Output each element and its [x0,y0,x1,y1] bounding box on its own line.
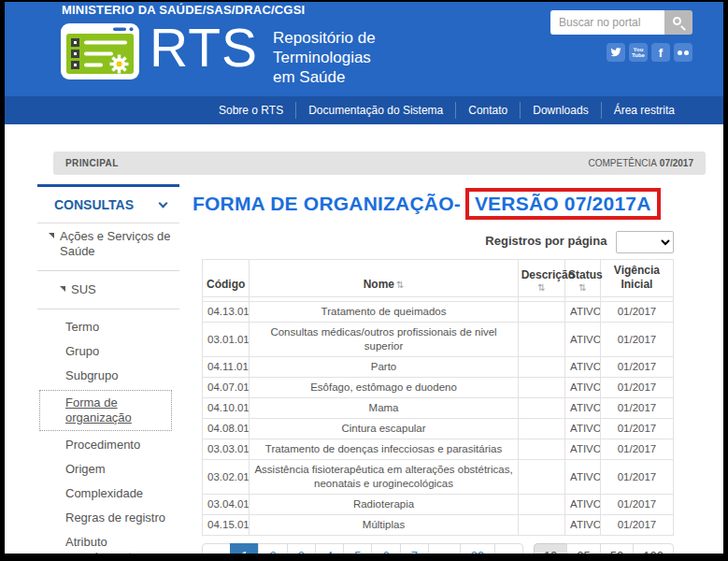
records-per-page-select[interactable] [616,231,674,253]
sidebar-item-procedimento[interactable]: Procedimento [37,433,179,457]
sidebar-item-grupo[interactable]: Grupo [37,339,179,364]
sidebar-title-consultas[interactable]: CONSULTAS [37,184,179,223]
records-per-page-label: Registros por página [485,234,607,248]
cell-status: ATIVO [565,439,601,460]
page-title-text: FORMA DE ORGANIZAÇÃO- [193,193,461,214]
sidebar-item-label: Regras de registro [65,511,165,525]
cell-codigo: 04.11.01 [203,357,250,378]
nav-item-downloads[interactable]: Downloads [520,102,600,119]
table-row: 03.02.01Assistência fisioterapêutica em … [203,460,674,495]
cell-status: ATIVO [565,323,601,357]
sort-icon: ⇅ [568,283,597,292]
sidebar-item-origem[interactable]: Origem [37,457,179,482]
cell-codigo: 04.13.01 [203,302,250,323]
column-label: Descrição [521,268,575,281]
page-size-button-10[interactable]: 10 [534,543,567,561]
cell-vigencia_inicial: 01/2017 [600,460,673,495]
browser-screenshot-frame: MINISTERIO DA SAÚDE/SAS/DRAC/CGSI [0,0,728,561]
search-icon [673,17,681,25]
flickr-icon[interactable] [674,43,692,62]
column-header-descricao[interactable]: Descrição⇅ [518,260,564,297]
chevron-down-icon [159,198,168,208]
sidebar-item-forma-de-organizacao[interactable]: Forma de organização [39,390,172,431]
sidebar-item-subgrupo[interactable]: Subgrupo [37,364,179,388]
table-body: 04.13.01Tratamento de queimadosATIVO01/2… [203,297,674,536]
nav-item-contato[interactable]: Contato [455,102,520,119]
cell-nome: Parto [250,357,518,378]
column-label: Vigência Inicial [614,264,660,291]
cell-nome: Consultas médicas/outros profissionais d… [250,323,518,357]
sort-icon: ⇅ [521,283,562,292]
prev-page-button[interactable]: « [202,543,231,561]
cell-nome: Assistência fisioterapêutica em alteraçõ… [250,460,518,495]
cell-codigo: 03.04.01 [203,495,250,515]
page-size-button-25[interactable]: 25 [566,543,600,561]
cell-descricao [518,419,564,439]
cell-descricao [518,439,564,460]
search-input[interactable] [550,10,664,35]
column-header-nome[interactable]: Nome⇅ [250,260,518,297]
cell-vigencia_inicial: 01/2017 [600,419,673,439]
sidebar-item-atributo-complementar[interactable]: Atributo complementar [37,530,179,561]
ministry-title: MINISTERIO DA SAÚDE/SAS/DRAC/CGSI [62,3,305,17]
cell-codigo: 04.10.01 [203,398,250,419]
page-button-4[interactable]: 4 [315,543,344,561]
table-row: 04.11.01PartoATIVO01/2017 [203,357,674,378]
gear-icon [110,55,129,74]
cell-descricao [518,357,564,378]
cell-status: ATIVO [565,398,601,419]
page-size-button-50[interactable]: 50 [600,543,634,561]
cell-descricao [518,515,564,536]
page-button-7[interactable]: 7 [400,543,429,561]
cell-descricao [518,323,564,357]
cell-nome: Esôfago, estômago e duodeno [250,378,518,398]
sidebar-item-label: Forma de organização [65,396,132,424]
facebook-icon[interactable]: f [651,43,670,62]
youtube-icon[interactable]: You Tube [629,43,648,62]
sidebar-item-regras-de-registro[interactable]: Regras de registro [37,506,179,530]
cell-codigo: 04.08.01 [203,419,250,439]
cell-vigencia_inicial: 01/2017 [600,323,673,357]
sidebar: CONSULTAS Ações e Serviços de SaúdeSUSTe… [37,184,179,561]
cell-descricao [518,302,564,323]
twitter-icon[interactable] [607,43,625,62]
page-title: FORMA DE ORGANIZAÇÃO-VERSÃO 07/2017A [193,188,706,220]
nav-item-sobre-o-rts[interactable]: Sobre o RTS [207,102,295,119]
breadcrumb-section: PRINCIPAL [65,158,119,168]
column-label: Código [207,278,245,291]
expand-marker-icon [49,233,54,238]
nav-item-documentacao-do-sistema[interactable]: Documentação do Sistema [295,102,455,119]
cell-codigo: 03.03.01 [203,439,250,460]
cell-status: ATIVO [565,378,601,398]
cell-codigo: 03.02.01 [203,460,250,495]
sidebar-item-termo[interactable]: Termo [37,315,179,339]
sidebar-item-label: Atributo complementar [65,535,142,561]
column-header-status[interactable]: Status⇅ [565,260,601,297]
page-button-2[interactable]: 2 [258,543,287,561]
pager-row: «1234567...39» 102550100 [202,543,674,561]
sidebar-item-acoes-e-servicos-de-saude[interactable]: Ações e Serviços de Saúde [37,223,179,265]
cell-status: ATIVO [565,515,601,536]
next-page-button[interactable]: » [494,543,523,561]
page-button-1[interactable]: 1 [230,543,259,561]
cell-nome: Múltiplas [250,515,518,536]
version-highlight-box: VERSÃO 07/2017A [465,188,661,220]
page-button-5[interactable]: 5 [343,543,372,561]
cell-vigencia_inicial: 01/2017 [600,439,673,460]
competencia: COMPETÊNCIA07/2017 [589,158,694,168]
page-button-39[interactable]: 39 [460,543,495,561]
page-button-3[interactable]: 3 [287,543,316,561]
social-links: You Tube f [607,43,692,62]
sidebar-item-sus[interactable]: SUS [37,277,179,303]
sidebar-item-complexidade[interactable]: Complexidade [37,482,179,506]
search-button[interactable] [664,10,692,35]
sidebar-item-label: Origem [65,462,106,476]
page-button-6[interactable]: 6 [371,543,400,561]
cell-status: ATIVO [565,495,601,515]
page-size-button-100[interactable]: 100 [633,543,674,561]
page-ellipsis: ... [428,543,461,561]
nav-item-area-restrita[interactable]: Área restrita [601,102,687,119]
column-header-codigo: Código [203,260,250,297]
cell-vigencia_inicial: 01/2017 [600,398,673,419]
cell-codigo: 03.01.01 [203,323,250,357]
